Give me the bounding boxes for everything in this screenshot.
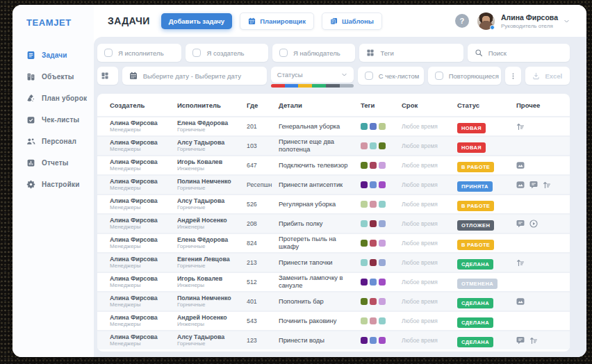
sidebar-item-settings[interactable]: Настройки (13, 174, 94, 195)
tag-chip (361, 259, 368, 266)
tag-chip (361, 298, 368, 305)
sidebar-item-reports[interactable]: Отчеты (13, 152, 94, 174)
tags-filter[interactable]: Теги (359, 44, 463, 62)
table-row[interactable]: Алина ФирсоваМенеджеры Андрей НосенкоИнж… (97, 213, 570, 233)
statuses-dropdown[interactable]: Статусы (271, 67, 354, 83)
table-row[interactable]: Алина ФирсоваМенеджеры Алсу ТадыроваГорн… (97, 194, 570, 213)
app-window: TEAMJET Задачи Объекты План уборок Чек-л… (13, 5, 586, 357)
help-button[interactable]: ? (455, 14, 469, 28)
comment-icon[interactable] (529, 181, 538, 189)
checkbox[interactable] (365, 72, 373, 80)
tag-chip (379, 259, 386, 266)
tag-chip (370, 337, 377, 344)
details-cell: Принести воды (279, 337, 361, 345)
filter-i-executor[interactable]: Я исполнитель (97, 44, 181, 62)
creator-role: Менеджеры (110, 263, 177, 270)
executor-name: Елена Фёдорова (177, 236, 247, 244)
creator-name: Алина Фирсова (110, 119, 177, 127)
due-cell: Любое время (402, 317, 457, 324)
photo-icon[interactable] (516, 161, 525, 169)
creator-role: Менеджеры (110, 165, 177, 172)
more-options-button[interactable] (505, 67, 522, 85)
photo-icon[interactable] (516, 181, 525, 189)
user-avatar[interactable] (477, 13, 495, 30)
sidebar-item-checklists[interactable]: Чек-листы (13, 109, 94, 131)
user-info[interactable]: Алина Фирсова Руководитель отеля (501, 13, 558, 29)
tasks-table: Создатель Исполнитель Где Детали Теги Ср… (97, 94, 570, 351)
date-range-picker[interactable]: Выберите дату - Выберите дату (122, 67, 267, 85)
table-row[interactable]: Алина ФирсоваМенеджеры Полина НемченкоГо… (97, 174, 570, 194)
table-row[interactable]: Алина ФирсоваМенеджеры Евгения ЛевцоваГо… (97, 252, 570, 272)
comment-icon[interactable] (516, 220, 525, 228)
tag-chip (379, 162, 386, 169)
executor-role: Горничные (177, 185, 247, 192)
sidebar-item-tasks[interactable]: Задачи (13, 44, 94, 66)
sidebar-item-cleaning-plan[interactable]: План уборок (13, 88, 94, 109)
sidebar-item-staff[interactable]: Персонал (13, 131, 94, 152)
templates-button[interactable]: Шаблоны (322, 13, 382, 30)
checkbox[interactable] (279, 49, 288, 57)
filter-row-2: Выберите дату - Выберите дату Статусы С … (97, 67, 570, 88)
view-toggle-button[interactable] (97, 67, 118, 85)
online-status-dot (490, 25, 495, 30)
filter-row-1: Я исполнитель Я создатель Я наблюдатель … (97, 44, 570, 62)
recurring-filter[interactable]: Повторяющиеся (428, 67, 501, 85)
tag-chip (361, 317, 368, 324)
chevron-down-icon[interactable] (564, 18, 570, 24)
extras-cell (516, 220, 564, 228)
status-badge: НОВАЯ (457, 142, 486, 153)
tag-chip (361, 123, 368, 130)
executor-name: Андрей Носенко (177, 314, 247, 322)
tag-chip (370, 220, 377, 227)
table-row[interactable]: Алина ФирсоваМенеджеры Елена ФёдороваГор… (97, 233, 570, 252)
sidebar-item-label: Чек-листы (42, 116, 79, 124)
creator-role: Менеджеры (110, 340, 177, 347)
checkbox[interactable] (192, 49, 201, 57)
priority-icon[interactable] (516, 258, 525, 267)
table-row[interactable]: Алина ФирсоваМенеджеры Андрей НосенкоИнж… (97, 311, 570, 330)
sidebar-item-label: Настройки (42, 181, 80, 188)
tags-cell (361, 123, 402, 130)
excel-export-button[interactable]: Excel (525, 67, 570, 85)
table-row[interactable]: Алина ФирсоваМенеджеры Игорь КовалевИнже… (97, 272, 570, 291)
planner-button[interactable]: Планировщик (240, 13, 314, 30)
creator-role: Менеджеры (110, 146, 177, 153)
table-row[interactable]: Алина ФирсоваМенеджеры Полина НемченкоГо… (97, 291, 570, 311)
add-task-button[interactable]: Добавить задачу (161, 13, 232, 29)
status-color-segment (312, 84, 326, 88)
comment-icon[interactable] (516, 336, 525, 345)
search-placeholder: Поиск (488, 49, 507, 57)
tag-chip (379, 240, 386, 247)
templates-label: Шаблоны (342, 17, 374, 25)
tags-cell (361, 201, 402, 208)
filter-i-creator[interactable]: Я создатель (186, 44, 268, 62)
table-row[interactable]: Алина ФирсоваМенеджеры Елена ФёдороваГор… (97, 116, 570, 135)
checkbox[interactable] (435, 72, 443, 80)
table-row[interactable]: Алина ФирсоваМенеджеры Алсу ТадыроваГорн… (97, 330, 570, 349)
sidebar-item-objects[interactable]: Объекты (13, 66, 94, 88)
grid-icon (366, 49, 375, 57)
search-input[interactable]: Поиск (468, 44, 570, 62)
table-header: Создатель Исполнитель Где Детали Теги Ср… (97, 94, 570, 116)
tag-chip (370, 240, 377, 247)
page-title: ЗАДАЧИ (108, 15, 150, 26)
status-badge: СДЕЛАНА (457, 298, 493, 308)
priority-icon[interactable] (543, 181, 551, 189)
with-checklist-filter[interactable]: С чек-листом (358, 67, 424, 85)
main-area: ЗАДАЧИ Добавить задачу Планировщик Шабло… (94, 5, 586, 357)
priority-icon[interactable] (529, 336, 538, 345)
table-row[interactable]: Алина ФирсоваМенеджеры Игорь КовалевИнже… (97, 155, 570, 174)
checkbox[interactable] (104, 49, 113, 57)
details-cell: Принести еще два полотенца (279, 138, 361, 153)
photo-icon[interactable] (516, 297, 525, 306)
extras-cell (516, 336, 564, 345)
play-icon[interactable] (529, 220, 538, 228)
due-cell: Любое время (402, 201, 457, 208)
status-badge: В РАБОТЕ (457, 162, 494, 172)
col-due: Срок (402, 101, 457, 109)
table-row[interactable]: Алина ФирсоваМенеджеры Алсу ТадыроваГорн… (97, 135, 570, 155)
filter-i-observer[interactable]: Я наблюдатель (272, 44, 355, 62)
priority-icon[interactable] (516, 122, 525, 131)
statuses-filter[interactable]: Статусы (271, 67, 354, 88)
details-cell: Прибить полку (279, 220, 361, 228)
